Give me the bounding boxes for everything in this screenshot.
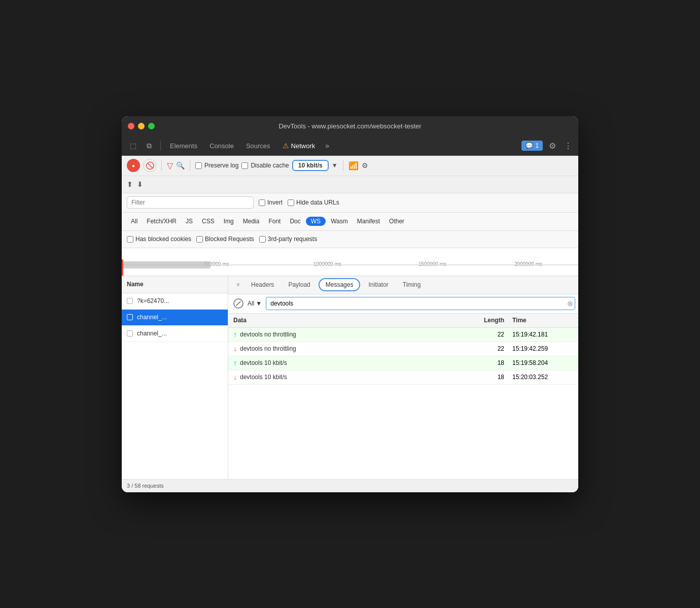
close-button[interactable] (128, 123, 134, 129)
tab-timing[interactable]: Timing (397, 279, 427, 290)
clear-button[interactable]: 🚫 (143, 159, 156, 172)
detail-tabs: × Headers Payload Messages Initiator Tim… (228, 276, 578, 294)
request-name-1: ?k=62470... (137, 297, 169, 305)
arrow-up-icon-1: ↑ (233, 330, 237, 339)
layers-icon[interactable]: ⧉ (142, 139, 156, 153)
request-checkbox-2[interactable] (127, 314, 133, 320)
tab-console[interactable]: Console (204, 140, 239, 152)
preserve-log-checkbox[interactable]: Preserve log (195, 162, 238, 169)
request-item-1[interactable]: ?k=62470... (122, 293, 228, 310)
blocked-requests-checkbox[interactable]: Blocked Requests (196, 235, 254, 243)
arrow-down-icon-2: ↓ (233, 345, 237, 353)
type-filter-bar: All Fetch/XHR JS CSS Img Media Font Doc … (122, 213, 578, 231)
all-label: All (248, 300, 254, 307)
window-title: DevTools - www.piesocket.com/websocket-t… (278, 122, 421, 130)
message-row-4[interactable]: ↓ devtools 10 kbit/s 18 15:20:03.252 (228, 370, 578, 385)
type-font[interactable]: Font (264, 216, 285, 226)
type-wasm[interactable]: Wasm (327, 216, 352, 226)
type-js[interactable]: JS (182, 216, 197, 226)
col-header-data: Data (233, 317, 477, 324)
message-row-3[interactable]: ↑ devtools 10 kbit/s 18 15:19:58.204 (228, 356, 578, 370)
type-media[interactable]: Media (239, 216, 264, 226)
col-header-time: Time (512, 317, 573, 324)
name-column-header: Name (127, 281, 144, 288)
hide-data-urls-checkbox[interactable]: Hide data URLs (288, 199, 339, 206)
request-checkbox-1[interactable] (127, 298, 133, 304)
tab-network[interactable]: ⚠ Network (277, 140, 321, 152)
tab-headers[interactable]: Headers (245, 279, 280, 290)
tab-payload[interactable]: Payload (282, 279, 316, 290)
preserve-log-input[interactable] (195, 162, 202, 169)
upload-download-toolbar: ⬆ ⬇ (122, 176, 578, 193)
type-manifest[interactable]: Manifest (353, 216, 384, 226)
wifi-icon: 📶 (348, 161, 359, 171)
blocked-cookies-label: Has blocked cookies (135, 235, 191, 243)
toolbar-separator-2 (190, 160, 190, 171)
timeline-red-marker (122, 259, 123, 276)
filter-icon[interactable]: ▽ (167, 161, 173, 171)
dropdown-arrow-icon: ▼ (256, 300, 262, 307)
tab-sources[interactable]: Sources (241, 140, 275, 152)
traffic-lights (128, 123, 155, 129)
maximize-button[interactable] (148, 123, 155, 129)
tab-more-button[interactable]: » (322, 140, 332, 152)
type-ws[interactable]: WS (306, 217, 326, 226)
filter-input[interactable] (127, 196, 254, 209)
messages-filter-bar: All ▼ ⊗ (228, 294, 578, 314)
message-row-1[interactable]: ↑ devtools no throttling 22 15:19:42.181 (228, 328, 578, 342)
tab-initiator[interactable]: Initiator (362, 279, 394, 290)
search-clear-button[interactable]: ⊗ (567, 299, 573, 308)
type-doc[interactable]: Doc (286, 216, 304, 226)
message-row-2[interactable]: ↓ devtools no throttling 22 15:19:42.259 (228, 342, 578, 356)
request-item-3[interactable]: channel_... (122, 326, 228, 342)
type-img[interactable]: Img (220, 216, 238, 226)
more-options-icon[interactable]: ⋮ (562, 139, 574, 153)
tab-bar: ⬚ ⧉ Elements Console Sources ⚠ Network »… (122, 137, 578, 156)
minimize-button[interactable] (138, 123, 145, 129)
type-fetchxhr[interactable]: Fetch/XHR (143, 216, 181, 226)
toolbar-separator-1 (161, 160, 162, 171)
type-all[interactable]: All (127, 216, 142, 226)
disable-cache-label: Disable cache (251, 162, 289, 169)
third-party-checkbox[interactable]: 3rd-party requests (259, 235, 317, 243)
type-other[interactable]: Other (385, 216, 408, 226)
disable-cache-input[interactable] (241, 162, 248, 169)
message-data-3: devtools 10 kbit/s (240, 359, 477, 366)
record-button[interactable]: ● (127, 159, 140, 172)
throttle-button[interactable]: 10 kbit/s (292, 160, 329, 171)
cursor-icon[interactable]: ⬚ (126, 139, 140, 153)
timeline: 500000 ms 1000000 ms 1500000 ms 2000000 … (122, 248, 578, 276)
network-gear-icon[interactable]: ⚙ (362, 161, 368, 170)
arrow-down-icon-4: ↓ (233, 373, 237, 381)
upload-icon[interactable]: ⬆ (127, 180, 133, 188)
settings-icon[interactable]: ⚙ (547, 139, 558, 153)
blocked-requests-label: Blocked Requests (205, 235, 254, 243)
toolbar-separator-3 (343, 160, 343, 171)
message-length-4: 18 (477, 374, 512, 381)
messages-search-input[interactable] (266, 297, 575, 310)
request-item-2[interactable]: channel_... (122, 310, 228, 326)
tab-elements[interactable]: Elements (165, 140, 202, 152)
message-time-2: 15:19:42.259 (512, 345, 573, 352)
close-detail-button[interactable]: × (233, 279, 243, 290)
tab-messages[interactable]: Messages (319, 278, 361, 291)
messages-all-dropdown[interactable]: All ▼ (248, 300, 262, 307)
feedback-icon: 💬 (526, 142, 533, 149)
message-time-1: 15:19:42.181 (512, 331, 573, 338)
message-length-2: 22 (477, 345, 512, 352)
search-icon[interactable]: 🔍 (176, 161, 185, 170)
status-text: 3 / 58 requests (127, 483, 164, 489)
no-entry-icon (233, 298, 243, 309)
cookie-filter-bar: Has blocked cookies Blocked Requests 3rd… (122, 231, 578, 248)
type-css[interactable]: CSS (198, 216, 219, 226)
download-icon[interactable]: ⬇ (137, 180, 143, 188)
message-time-3: 15:19:58.204 (512, 359, 573, 366)
timeline-handle[interactable] (122, 261, 211, 268)
col-header-length: Length (477, 317, 512, 324)
disable-cache-checkbox[interactable]: Disable cache (241, 162, 289, 169)
blocked-cookies-checkbox[interactable]: Has blocked cookies (127, 235, 191, 243)
request-checkbox-3[interactable] (127, 330, 133, 336)
feedback-badge[interactable]: 💬 1 (521, 141, 543, 151)
invert-checkbox[interactable]: Invert (259, 199, 283, 206)
throttle-dropdown-arrow[interactable]: ▼ (332, 162, 338, 169)
